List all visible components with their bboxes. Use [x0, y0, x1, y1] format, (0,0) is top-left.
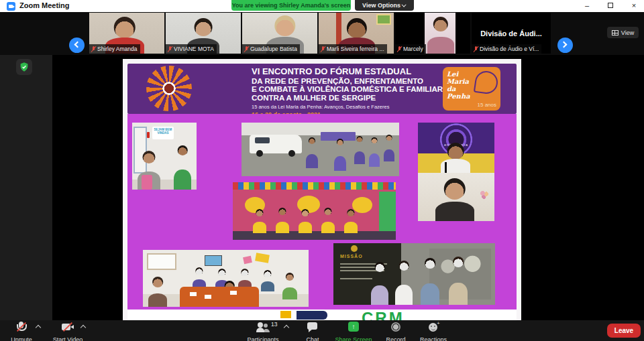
participant-tile[interactable]: Shirley Amanda [89, 13, 164, 54]
grid-view-icon [612, 30, 619, 36]
chevron-down-icon [401, 3, 406, 7]
masked-person-silhouette [421, 258, 439, 305]
masked-person-silhouette [395, 261, 413, 305]
mic-muted-icon [474, 46, 478, 52]
left-background-panel [0, 55, 52, 320]
mic-muted-icon [321, 46, 325, 52]
microphone [445, 162, 447, 173]
chevron-left-icon [74, 42, 81, 48]
participant-nameplate: Shirley Amanda [89, 44, 140, 54]
meeting-toolbar: Unmute Start Video 13 Participants Chat … [0, 320, 644, 341]
crm-logo-text: CRM [362, 310, 405, 320]
title-bar: Zoom Meeting You are viewing Shirley Ama… [0, 0, 644, 12]
wall-poster [205, 255, 222, 266]
flowers [480, 190, 489, 200]
badge-title: Lei Maria da Penha [447, 70, 478, 100]
masked-person-silhouette [371, 262, 388, 305]
person-silhouette [282, 273, 297, 299]
projector-screen [147, 253, 176, 270]
maximize-icon [608, 3, 613, 8]
person-silhouette [369, 137, 380, 167]
participant-name: Marli Siveira ferreira ... [327, 46, 384, 52]
mic-muted-icon [91, 46, 95, 52]
stage-decoration [379, 192, 396, 232]
participant-nameplate: Marli Siveira ferreira ... [319, 44, 387, 54]
participants-icon [258, 322, 263, 328]
slide-title-line: CONTRA A MULHER DE SERGIPE [252, 94, 446, 103]
participant-name: VIVIANE MOTA [174, 46, 214, 52]
participant-name: Shirley Amanda [97, 46, 138, 52]
photo-street-march [241, 123, 399, 176]
slide-title-line: VI ENCONTRO DO FÓRUM ESTADUAL [252, 67, 446, 77]
maximize-button[interactable] [600, 0, 621, 12]
slide-body: SEJAM BEM VINDAS [127, 114, 517, 310]
view-options-dropdown[interactable]: View Options [355, 0, 414, 11]
view-options-label: View Options [362, 2, 400, 9]
participant-nameplate: VIVIANE MOTA [166, 44, 217, 54]
lei-maria-da-penha-badge: Lei Maria da Penha 15 anos [443, 67, 500, 111]
mic-muted-icon [168, 46, 172, 52]
participants-button[interactable]: 13 Participants [236, 322, 290, 341]
white-pickup-truck [250, 135, 302, 153]
participant-tile[interactable]: Marli Siveira ferreira ... [319, 13, 394, 54]
masked-person-silhouette [449, 257, 468, 305]
badge-years: 15 anos [478, 102, 496, 108]
slide-title-line: DA REDE DE PREVENÇÃO, ENFRENTAMENTO [252, 77, 446, 86]
photo-welcome-room: SEJAM BEM VINDAS [132, 123, 197, 190]
encryption-badge[interactable] [16, 59, 32, 75]
embedded-video-portrait [418, 173, 494, 221]
navy-logo [297, 311, 327, 320]
view-layout-button[interactable]: View [607, 27, 639, 38]
minimize-button[interactable]: – [577, 0, 597, 12]
dancer-silhouette [344, 209, 358, 233]
window-title: Zoom Meeting [19, 1, 70, 9]
participant-tile[interactable]: Divisão de Áudi... Divisão de Áudio e Ví… [472, 13, 551, 54]
leave-button[interactable]: Leave [607, 324, 641, 338]
yellow-logo [280, 311, 291, 318]
mic-muted-icon [244, 46, 248, 52]
papers [230, 291, 237, 295]
welcome-sign: SEJAM BEM VINDAS [152, 127, 174, 139]
plus-icon: + [437, 320, 440, 326]
reactions-button[interactable]: + Reactions [407, 322, 460, 341]
dancer-silhouette [299, 209, 312, 233]
papers [190, 292, 197, 296]
person-silhouette [435, 178, 474, 221]
participant-tile[interactable]: Guadalupe Batista [242, 13, 317, 54]
person-silhouette [306, 137, 318, 168]
reactions-label: Reactions [407, 336, 460, 341]
mic-muted-icon [397, 46, 401, 52]
slide-footer-strip: CRM [127, 310, 517, 320]
slide-subtitle: 15 anos da Lei Maria da Penha: Avanços, … [252, 104, 446, 110]
participant-tile[interactable]: Marcely [395, 13, 470, 54]
person-silhouette [334, 139, 346, 171]
viewing-screen-banner: You are viewing Shirley Amanda's screen [231, 0, 351, 11]
zoom-app-icon [7, 2, 15, 11]
participant-name: Marcely [403, 46, 423, 52]
participant-nameplate: Marcely [395, 44, 426, 54]
mission-heading: MISSÃO [340, 254, 363, 259]
person-silhouette [148, 277, 167, 307]
participants-count: 13 [271, 321, 277, 328]
masked-person-silhouette [261, 270, 274, 291]
participant-nameplate: Divisão de Áudio e Ví... [472, 44, 541, 54]
slide-header-banner: VI ENCONTRO DO FÓRUM ESTADUAL DA REDE DE… [127, 64, 517, 114]
start-video-button[interactable]: Start Video [41, 322, 95, 341]
chat-icon [307, 322, 317, 330]
shared-slide-page: VI ENCONTRO DO FÓRUM ESTADUAL DA REDE DE… [123, 59, 521, 320]
slide-title-block: VI ENCONTRO DO FÓRUM ESTADUAL DA REDE DE… [252, 67, 446, 118]
participant-filmstrip: Shirley Amanda VIVIANE MOTA Guadalupe Ba… [0, 12, 644, 55]
participant-tile[interactable]: VIVIANE MOTA [166, 13, 241, 54]
next-participants-arrow[interactable] [557, 38, 573, 53]
shared-screen-area: VI ENCONTRO DO FÓRUM ESTADUAL DA REDE DE… [0, 55, 644, 320]
wall-decoration [243, 256, 252, 264]
embedded-video-interview: entrevista [418, 123, 494, 173]
sunburst-people-logo [146, 66, 192, 111]
close-button[interactable]: × [624, 0, 644, 12]
dancer-silhouette [253, 209, 266, 233]
pink-bag [142, 175, 152, 190]
record-icon [391, 322, 400, 332]
previous-participants-arrow[interactable] [69, 38, 85, 53]
shield-check-icon [19, 62, 30, 72]
participants-label: Participants [236, 336, 290, 341]
